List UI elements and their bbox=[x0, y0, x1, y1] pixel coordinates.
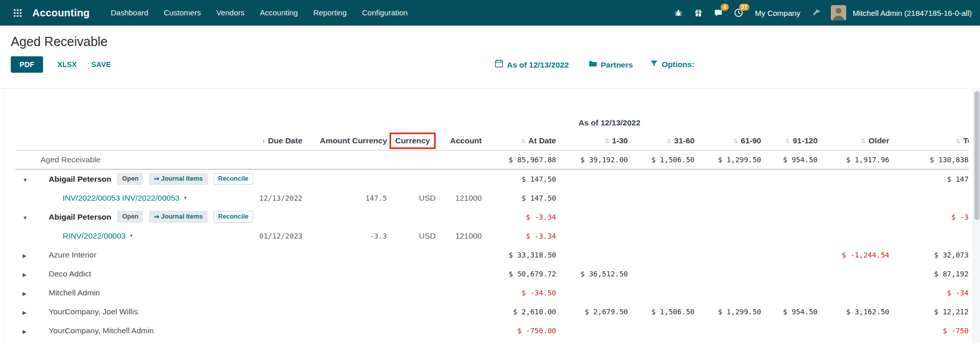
partner-name-cell: Azure Interior bbox=[49, 250, 251, 260]
journal-items-badge[interactable]: ⇒ Journal Items bbox=[149, 211, 207, 223]
partner-name[interactable]: Abigail Peterson bbox=[49, 212, 111, 222]
col-header-1-30[interactable]: ⇅1-30 bbox=[556, 136, 628, 145]
messages-icon[interactable]: 4 bbox=[708, 0, 728, 26]
menu-accounting[interactable]: Accounting bbox=[252, 0, 305, 26]
col-header-total[interactable]: ⇅Total bbox=[889, 136, 969, 145]
company-switcher[interactable]: My Company bbox=[755, 9, 800, 17]
menu-reporting[interactable]: Reporting bbox=[305, 0, 354, 26]
col-header-61-90[interactable]: ⇅61-90 bbox=[695, 136, 761, 145]
vertical-scrollbar[interactable] bbox=[973, 88, 980, 343]
cell-c4: $ 954.50 bbox=[761, 308, 818, 316]
expand-caret-icon[interactable]: ▶ bbox=[23, 310, 27, 315]
date-group-header: As of 12/13/2022 bbox=[543, 118, 676, 127]
expand-cell: ▶ bbox=[15, 250, 49, 260]
partner-name[interactable]: Mitchell Admin bbox=[49, 288, 100, 297]
sort-asc-icon: ↑ bbox=[262, 137, 266, 145]
cell-c3: $ 1,299.50 bbox=[695, 308, 761, 316]
reconcile-badge[interactable]: Reconcile bbox=[214, 173, 253, 185]
invoice-line-row: RINV/2022/00003▼01/12/2023-3.3USD121000$… bbox=[15, 226, 969, 245]
save-button[interactable]: SAVE bbox=[91, 60, 111, 69]
report-action-bar: PDF XLSX SAVE As of 12/13/2022 Partners … bbox=[11, 55, 980, 74]
partner-name[interactable]: YourCompany, Joel Willis bbox=[49, 307, 138, 316]
cell-c2: $ 1,506.50 bbox=[628, 156, 695, 164]
partner-name-cell: YourCompany, Joel Willis bbox=[49, 307, 251, 316]
menu-customers[interactable]: Customers bbox=[156, 0, 209, 26]
main-menu-bar: DashboardCustomersVendorsAccountingRepor… bbox=[103, 0, 415, 26]
dropdown-caret-icon[interactable]: ▼ bbox=[129, 233, 133, 238]
partner-name-cell: Mitchell Admin bbox=[49, 288, 251, 297]
partners-filter[interactable]: Partners bbox=[588, 59, 633, 70]
user-avatar[interactable] bbox=[831, 5, 846, 20]
partner-name-cell: Deco Addict bbox=[49, 269, 251, 278]
partner-name-cell: YourCompany, Mitchell Admin bbox=[49, 326, 251, 335]
calendar-icon bbox=[495, 59, 503, 70]
cell-at-date: $ -34.50 bbox=[482, 289, 556, 297]
gift-icon[interactable] bbox=[688, 0, 708, 26]
menu-dashboard[interactable]: Dashboard bbox=[103, 0, 156, 26]
expand-caret-icon[interactable]: ▶ bbox=[23, 272, 27, 277]
menu-configuration[interactable]: Configuration bbox=[354, 0, 415, 26]
top-navbar: Accounting DashboardCustomersVendorsAcco… bbox=[0, 0, 980, 26]
col-header-31-60[interactable]: ⇅31-60 bbox=[628, 136, 695, 145]
debug-bug-icon[interactable] bbox=[668, 0, 688, 26]
cell-older: $ 1,917.96 bbox=[818, 156, 889, 164]
options-filter-label: Options: bbox=[662, 60, 695, 69]
activities-clock-icon[interactable]: 37 bbox=[728, 0, 749, 26]
menu-vendors[interactable]: Vendors bbox=[209, 0, 252, 26]
invoice-link[interactable]: RINV/2022/00003 bbox=[63, 231, 126, 241]
folder-icon bbox=[588, 59, 597, 70]
cell-c1: $ 2,679.50 bbox=[556, 308, 628, 316]
messages-count-badge: 4 bbox=[721, 4, 729, 11]
apps-menu-icon[interactable] bbox=[8, 0, 27, 26]
cell-total: $ 32,073.96 bbox=[889, 251, 969, 259]
expand-caret-icon[interactable]: ▶ bbox=[23, 253, 27, 259]
partner-name[interactable]: Azure Interior bbox=[49, 250, 96, 260]
wrench-icon[interactable] bbox=[806, 0, 827, 26]
collapse-caret-icon[interactable]: ▼ bbox=[23, 177, 28, 183]
partner-name[interactable]: Deco Addict bbox=[49, 269, 91, 278]
app-name[interactable]: Accounting bbox=[32, 7, 90, 19]
sort-icon: ⇅ bbox=[521, 138, 526, 145]
options-filter[interactable]: Options: bbox=[650, 59, 695, 70]
partner-name[interactable]: YourCompany, Mitchell Admin bbox=[49, 326, 154, 335]
col-header-account[interactable]: Account bbox=[436, 136, 482, 145]
expand-cell: ▶ bbox=[15, 307, 49, 316]
scrollbar-thumb[interactable] bbox=[974, 91, 979, 220]
sort-icon: ⇅ bbox=[666, 138, 671, 145]
collapse-caret-icon[interactable]: ▼ bbox=[23, 215, 28, 221]
reconcile-badge[interactable]: Reconcile bbox=[214, 211, 253, 223]
col-header-older[interactable]: ⇅Older bbox=[818, 136, 889, 145]
cell-c2: $ 1,506.50 bbox=[628, 308, 695, 316]
invoice-name-cell: RINV/2022/00003▼ bbox=[49, 231, 251, 241]
col-header-currency[interactable]: Currency bbox=[387, 133, 436, 149]
xlsx-button[interactable]: XLSX bbox=[57, 60, 77, 69]
partner-row: ▶YourCompany, Joel Willis$ 2,610.00$ 2,6… bbox=[15, 302, 969, 321]
partner-row: ▶YourCompany, Mitchell Admin$ -750.00$ -… bbox=[15, 321, 969, 340]
sort-icon: ⇅ bbox=[733, 138, 738, 145]
filter-funnel-icon bbox=[650, 59, 658, 70]
expand-cell: ▼ bbox=[15, 212, 49, 222]
col-header-amount-currency[interactable]: Amount Currency bbox=[302, 136, 387, 145]
cell-at-date: $ 33,318.50 bbox=[482, 251, 556, 259]
sort-icon: ⇅ bbox=[785, 138, 790, 145]
partner-row: ▶Mitchell Admin$ -34.50$ -34.50 bbox=[15, 283, 969, 302]
expand-caret-icon[interactable]: ▶ bbox=[23, 329, 27, 334]
cell-total: $ 147.50 bbox=[889, 175, 969, 183]
col-header-due-date[interactable]: ↑Due Date bbox=[251, 136, 302, 145]
invoice-link[interactable]: INV/2022/00053 INV/2022/00053 bbox=[63, 194, 179, 203]
open-badge[interactable]: Open bbox=[117, 211, 143, 223]
open-badge[interactable]: Open bbox=[117, 173, 143, 185]
dropdown-caret-icon[interactable]: ▼ bbox=[183, 196, 187, 200]
sort-icon: ⇅ bbox=[604, 138, 609, 145]
journal-items-badge[interactable]: ⇒ Journal Items bbox=[149, 173, 207, 185]
date-filter[interactable]: As of 12/13/2022 bbox=[495, 59, 569, 70]
pdf-button[interactable]: PDF bbox=[11, 56, 43, 73]
partner-name-cell: Abigail PetersonOpen⇒ Journal ItemsRecon… bbox=[49, 211, 251, 223]
user-menu[interactable]: Mitchell Admin (21847185-16-0-all) bbox=[852, 9, 972, 17]
cell-c3: $ 1,299.50 bbox=[695, 156, 761, 164]
report-total-row: Aged Receivable$ 85,967.88$ 39,192.00$ 1… bbox=[15, 151, 969, 169]
expand-caret-icon[interactable]: ▶ bbox=[23, 291, 27, 296]
col-header-91-120[interactable]: ⇅91-120 bbox=[761, 136, 818, 145]
partner-name[interactable]: Abigail Peterson bbox=[49, 175, 111, 184]
col-header-at-date[interactable]: ⇅At Date bbox=[482, 136, 556, 145]
